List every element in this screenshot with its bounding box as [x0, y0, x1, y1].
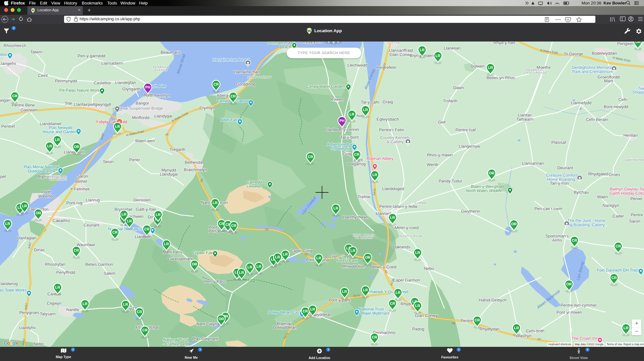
svg-text:Cefn Berain: Cefn Berain — [586, 117, 608, 122]
svg-text:Deunant: Deunant — [557, 165, 573, 170]
svg-text:Plas Gwynant: Plas Gwynant — [192, 336, 218, 341]
svg-text:CR: CR — [231, 224, 237, 227]
svg-text:Menai Suspension Bridge: Menai Suspension Bridge — [117, 106, 163, 111]
svg-text:Deiniolen: Deiniolen — [133, 198, 151, 202]
svg-text:Wenlli: Wenlli — [427, 162, 438, 167]
svg-text:LR: LR — [164, 242, 169, 246]
svg-text:GWAYNYNOG: GWAYNYNOG — [625, 158, 644, 162]
svg-text:Cefn: Cefn — [618, 97, 627, 102]
svg-text:Nebo: Nebo — [33, 341, 43, 346]
svg-text:LR: LR — [275, 255, 280, 259]
svg-text:Country Kennels: Country Kennels — [380, 135, 410, 140]
svg-text:CR: CR — [372, 335, 377, 339]
svg-text:Llanrhychwyn: Llanrhychwyn — [343, 215, 368, 219]
svg-text:arth Pier: arth Pier — [151, 84, 166, 88]
svg-text:LR: LR — [156, 213, 161, 217]
svg-text:Pen-y-garnedd: Pen-y-garnedd — [78, 53, 105, 58]
svg-text:W: W — [307, 28, 312, 33]
svg-text:CR: CR — [112, 230, 118, 234]
svg-text:Llannefydd: Llannefydd — [571, 100, 592, 105]
svg-text:St George: St George — [564, 51, 583, 56]
svg-text:LR: LR — [123, 302, 128, 306]
svg-text:Y Felinheli: Y Felinheli — [70, 187, 90, 191]
svg-text:apel: apel — [0, 174, 6, 179]
svg-text:Eglwysbach: Eglwysbach — [376, 117, 399, 122]
svg-text:CR: CR — [213, 82, 219, 86]
svg-text:Rowen: Rowen — [330, 97, 343, 102]
svg-text:Bylchau: Bylchau — [574, 190, 589, 195]
svg-text:Pen-y-Pass: Pen-y-Pass — [204, 279, 226, 284]
svg-text:CR: CR — [74, 248, 79, 252]
svg-text:Pentre Isaf: Pentre Isaf — [456, 127, 476, 132]
svg-text:Maenan Abbey: Maenan Abbey — [366, 156, 393, 161]
svg-text:Dolwyddelan: Dolwyddelan — [273, 325, 297, 330]
svg-text:Cader: Cader — [612, 214, 624, 218]
svg-text:LR: LR — [22, 204, 27, 208]
svg-text:LR: LR — [55, 138, 60, 142]
svg-text:Plas Newydd: Plas Newydd — [49, 125, 72, 130]
svg-text:Glyder Fawr: Glyder Fawr — [193, 251, 215, 255]
svg-text:LR: LR — [213, 201, 218, 205]
svg-text:LR: LR — [256, 264, 261, 268]
svg-text:National Trust -: National Trust - — [359, 307, 386, 311]
svg-text:Pentre’r Felin: Pentre’r Felin — [379, 127, 404, 132]
svg-text:Llansadwrn: Llansadwrn — [101, 61, 123, 66]
svg-text:Dwygyfylchi: Dwygyfylchi — [300, 42, 322, 44]
svg-text:Shopping C: Shopping C — [632, 90, 644, 95]
svg-text:Foel Gasnach DH Tracks: Foel Gasnach DH Tracks — [597, 268, 642, 273]
svg-text:CR: CR — [611, 276, 617, 280]
svg-text:Oaklands: Oaklands — [393, 245, 411, 249]
svg-text:LR: LR — [239, 271, 244, 274]
svg-text:CROSSROADS: CROSSROADS — [524, 71, 547, 74]
svg-text:- Craflwyn and: - Craflwyn and — [163, 342, 189, 346]
svg-text:Nantlle: Nantlle — [66, 307, 79, 312]
svg-text:Melin-y-coed: Melin-y-coed — [395, 225, 419, 230]
svg-text:Capel Garmon: Capel Garmon — [393, 278, 420, 282]
svg-text:LR: LR — [363, 288, 368, 292]
svg-text:Bethesda: Bethesda — [185, 160, 203, 165]
svg-text:Rhydlydan: Rhydlydan — [479, 327, 499, 331]
svg-text:Gell: Gell — [438, 120, 445, 125]
svg-text:Tregarth: Tregarth — [170, 147, 185, 152]
svg-text:& Cattery: & Cattery — [387, 140, 404, 144]
svg-text:Bwthyn Gwyliau Tan y: Bwthyn Gwyliau Tan y — [610, 187, 644, 191]
svg-text:LR: LR — [333, 206, 338, 210]
svg-text:NANT Y RHIW: NANT Y RHIW — [400, 235, 422, 238]
svg-text:LR: LR — [363, 108, 368, 112]
svg-text:Gwytherin: Gwytherin — [461, 209, 480, 214]
svg-text:Dolwen: Dolwen — [470, 64, 484, 69]
svg-text:Rhydgaled: Rhydgaled — [588, 171, 608, 176]
svg-text:Arms: Arms — [552, 238, 562, 243]
svg-text:Ceunant: Ceunant — [83, 223, 99, 227]
svg-text:Llanddoged: Llanddoged — [382, 186, 404, 191]
svg-text:The Pet Joint - Home: The Pet Joint - Home — [567, 218, 605, 223]
svg-text:A470: A470 — [373, 189, 376, 196]
svg-text:LR: LR — [488, 66, 493, 69]
svg-text:CR: CR — [390, 301, 395, 305]
svg-text:Llanelian: Llanelian — [444, 46, 460, 51]
svg-text:Penyffridd: Penyffridd — [56, 270, 75, 275]
svg-text:CR: CR — [308, 155, 313, 159]
svg-text:Henllan: Henllan — [623, 133, 638, 138]
svg-text:LR: LR — [415, 304, 420, 308]
svg-text:Dog Boarding, Cattery...: Dog Boarding, Cattery... — [565, 223, 608, 227]
svg-text:Caeathro: Caeathro — [52, 218, 70, 223]
svg-text:Pentref: Pentref — [1, 124, 15, 129]
svg-text:Glyngarth: Glyngarth — [122, 87, 140, 91]
svg-text:A5: A5 — [537, 337, 541, 341]
svg-text:Gorddinog: Gorddinog — [236, 82, 256, 87]
svg-text:Outdoor Centre: Outdoor Centre — [28, 169, 55, 173]
svg-text:Rhyd-y-foel: Rhyd-y-foel — [494, 42, 515, 45]
svg-text:Bangor: Bangor — [136, 101, 149, 106]
svg-text:LR: LR — [55, 285, 60, 289]
svg-text:Pentir: Pentir — [129, 157, 140, 162]
svg-text:Dinas: Dinas — [34, 247, 45, 252]
svg-text:Aber Falls: Aber Falls — [221, 118, 239, 122]
svg-text:LR: LR — [121, 212, 127, 216]
svg-text:Pandy Tudur: Pandy Tudur — [439, 179, 462, 183]
svg-text:Pentre-llyn-cymmer: Pentre-llyn-cymmer — [561, 303, 597, 308]
svg-text:Pengwern: Pengwern — [617, 42, 636, 46]
svg-text:Peniel: Peniel — [630, 196, 642, 201]
svg-text:CR: CR — [572, 238, 577, 242]
svg-text:Pentrefelin: Pentrefelin — [376, 65, 396, 70]
